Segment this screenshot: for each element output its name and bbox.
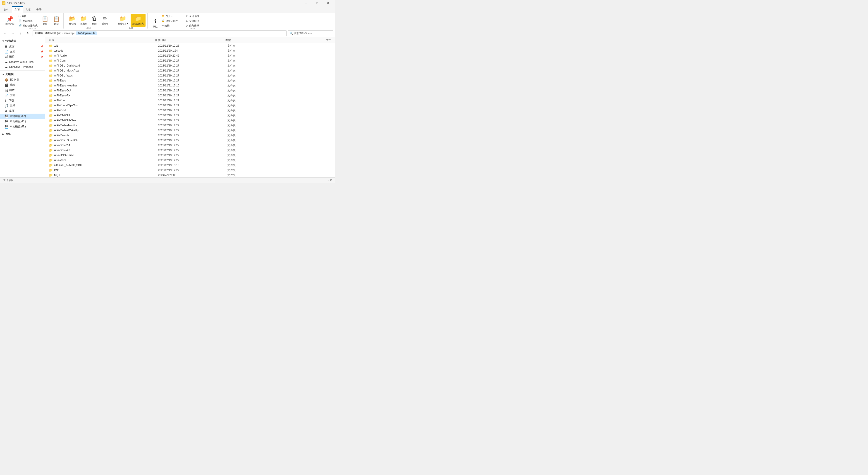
- paste-button[interactable]: 📋 粘贴: [51, 14, 62, 27]
- desktop-icon: 🖥: [4, 45, 8, 49]
- move-to-button[interactable]: 📂 移动到: [67, 14, 78, 27]
- file-row-eyes-du[interactable]: 📁 AiPi-Eyes-DU 2023/12/19 12:27 文件夹: [45, 88, 335, 93]
- sidebar-item-drive-e[interactable]: 💾 本地磁盘 (E:): [0, 124, 45, 129]
- sidebar-item-desktop[interactable]: 🖥 桌面 📌: [0, 44, 45, 49]
- tab-share[interactable]: 共享: [23, 6, 33, 13]
- pin-button[interactable]: 📌 固定访问: [4, 14, 16, 27]
- file-row-radar-wakeup[interactable]: 📁 AiPi-Radar-WakeUp 2023/12/19 12:27 文件夹: [45, 128, 335, 133]
- file-row-mqtt[interactable]: 📁 MQTT 2024/7/9 21:00 文件夹: [45, 173, 335, 178]
- sidebar-item-documents-pc[interactable]: 📄 文档: [0, 93, 45, 98]
- file-row-voice[interactable]: 📁 AiPi-Voice 2023/12/19 12:27 文件夹: [45, 158, 335, 163]
- close-button[interactable]: ✕: [323, 0, 333, 6]
- deselect-all-button[interactable]: ☐ 全部取消: [185, 19, 200, 23]
- paste-shortcut-button[interactable]: 🔗 粘贴快捷方式: [17, 24, 39, 28]
- desktop-pc-icon: 🖥: [4, 109, 8, 113]
- sidebar-item-pictures[interactable]: 🖼 图片 📌: [0, 54, 45, 60]
- grid-view-icon[interactable]: ⊞: [330, 179, 332, 182]
- open-button[interactable]: 📂 打开 ▾: [160, 14, 179, 18]
- new-folder-icon: 📁: [135, 15, 142, 22]
- sidebar-item-pictures-pc[interactable]: 🖼 图片: [0, 88, 45, 93]
- new-item-button[interactable]: 📁 新建项目▾: [116, 14, 130, 27]
- file-date: 2023/12/19 12:27: [158, 119, 227, 122]
- invert-selection-button[interactable]: ⇄ 反向选择: [185, 24, 200, 28]
- forward-button[interactable]: →: [9, 30, 16, 36]
- file-row-radar-monitor[interactable]: 📁 AiPi-Radar-Monitor 2023/12/19 12:27 文件…: [45, 123, 335, 128]
- cut-button[interactable]: ✂ 剪切: [17, 14, 39, 18]
- tab-home[interactable]: 主页: [12, 6, 23, 13]
- copy-path-button[interactable]: 📄 复制路径: [17, 19, 39, 23]
- file-row-audio[interactable]: 📁 AiPi-Audio 2023/12/20 22:42 文件夹: [45, 53, 335, 58]
- path-segment-pc[interactable]: 此电脑: [35, 31, 43, 35]
- search-box[interactable]: 🔍: [288, 30, 333, 36]
- quick-access-header[interactable]: ▼ 快速访问: [0, 38, 45, 44]
- file-row-img[interactable]: 📁 IMG 2023/12/19 12:27 文件夹: [45, 168, 335, 173]
- sidebar-item-drive-c[interactable]: 💾 本地磁盘 (C:): [0, 114, 45, 119]
- file-row-r1-86ui[interactable]: 📁 AiPi-R1-86UI 2023/12/19 12:27 文件夹: [45, 113, 335, 118]
- sidebar-item-creative-cloud[interactable]: ☁ Creative Cloud Files: [0, 60, 45, 64]
- network-header[interactable]: ► 网络: [0, 131, 45, 137]
- tab-file[interactable]: 文件: [1, 6, 12, 13]
- file-row-scp-smartctrl[interactable]: 📁 AiPi-SCP_SmartCtrl 2023/12/19 12:27 文件…: [45, 138, 335, 143]
- file-row-cam[interactable]: 📁 AiPi-Cam 2023/12/19 12:27 文件夹: [45, 58, 335, 63]
- list-view-icon[interactable]: ≡: [328, 179, 329, 182]
- path-segment-c[interactable]: 本地磁盘 (C:): [45, 31, 61, 35]
- file-row-knob-clips[interactable]: 📁 AiPi-Knob-ClipsTool 2023/12/19 12:27 文…: [45, 103, 335, 108]
- tab-view[interactable]: 查看: [33, 6, 44, 13]
- file-name: AiPi-SCP-4.3: [54, 149, 158, 152]
- sidebar-item-desktop-pc[interactable]: 🖥 桌面: [0, 108, 45, 114]
- sidebar-item-documents[interactable]: 📄 文档 📌: [0, 49, 45, 54]
- col-date-header[interactable]: 修改日期: [155, 38, 225, 42]
- col-name-header[interactable]: 名称: [49, 38, 155, 42]
- new-folder-button[interactable]: 📁 新建文件夹: [131, 14, 146, 27]
- file-row-dsl-watch[interactable]: 📁 AiPi-DSL_Watch 2023/12/19 12:27 文件夹: [45, 73, 335, 78]
- sidebar-item-drive-d[interactable]: 💾 本地磁盘 (D:): [0, 119, 45, 124]
- minimize-button[interactable]: ─: [301, 0, 311, 6]
- file-row-scp-24[interactable]: 📁 AiPi-SCP-2.4 2023/12/19 12:27 文件夹: [45, 143, 335, 148]
- sidebar-item-downloads[interactable]: ⬇ 下载: [0, 98, 45, 103]
- refresh-button[interactable]: ↻: [25, 30, 31, 36]
- rename-button[interactable]: ✏ 重命名: [100, 14, 110, 27]
- properties-icon: ℹ: [154, 18, 156, 25]
- back-button[interactable]: ←: [2, 30, 8, 36]
- copy-to-button[interactable]: 📁 复制到: [79, 14, 89, 27]
- col-size-header[interactable]: 大小: [296, 38, 331, 42]
- file-row-uno-emac[interactable]: 📁 AiPi-UNO-Emac 2023/12/19 12:27 文件夹: [45, 153, 335, 158]
- file-date: 2023/12/19 12:27: [158, 149, 227, 152]
- file-row-vscode[interactable]: 📁 .vscode 2023/12/20 1:54 文件夹: [45, 48, 335, 53]
- properties-button[interactable]: ℹ 属性: [151, 17, 159, 30]
- sidebar-item-3d[interactable]: 📦 3D 对象: [0, 77, 45, 83]
- path-segment-develop[interactable]: develop: [64, 32, 73, 35]
- easy-access-button[interactable]: 🔓 轻松访问 ▾: [160, 19, 179, 23]
- delete-button[interactable]: 🗑 删除: [90, 14, 99, 27]
- sidebar-item-music[interactable]: 🎵 音乐: [0, 103, 45, 108]
- file-row-knob[interactable]: 📁 AiPi-Knob 2023/12/19 12:27 文件夹: [45, 98, 335, 103]
- file-row-eyes[interactable]: 📁 AiPi-Eyes 2023/12/19 12:27 文件夹: [45, 78, 335, 83]
- file-row-scp-43[interactable]: 📁 AiPi-SCP-4.3 2023/12/19 12:27 文件夹: [45, 148, 335, 153]
- select-all-button[interactable]: ☑ 全部选择: [185, 14, 200, 18]
- file-type: 文件夹: [227, 144, 297, 147]
- music-icon: 🎵: [4, 104, 8, 108]
- folder-icon: 📁: [49, 158, 53, 162]
- search-input[interactable]: [294, 32, 332, 35]
- file-row-eyes-rx[interactable]: 📁 AiPi-Eyes-Rx 2023/12/19 12:27 文件夹: [45, 93, 335, 98]
- this-pc-header[interactable]: ▼ 此电脑: [0, 71, 45, 77]
- file-row-r1-86ui-new[interactable]: 📁 AiPi-R1-86UI-New 2023/12/19 12:27 文件夹: [45, 118, 335, 123]
- edit-button[interactable]: ✏ 编辑: [160, 24, 179, 28]
- sidebar-item-onedrive[interactable]: ☁ OneDrive - Persona: [0, 64, 45, 69]
- file-row-dsl-dashboard[interactable]: 📁 AiPi-DSL_Dashboard 2023/12/19 12:27 文件…: [45, 63, 335, 68]
- maximize-button[interactable]: □: [312, 0, 322, 6]
- file-row-dsl-musicplay[interactable]: 📁 AiPi-DSL_MusicPlay 2023/12/19 12:27 文件…: [45, 68, 335, 73]
- file-row-aithinker[interactable]: 📁 aithinker_Ai-M6X_SDK 2023/12/19 13:13 …: [45, 163, 335, 168]
- address-path[interactable]: 此电脑 › 本地磁盘 (C:) › develop › AiPi-Open-Ki…: [33, 30, 286, 36]
- col-type-header[interactable]: 类型: [225, 38, 296, 42]
- up-button[interactable]: ↑: [17, 30, 24, 36]
- folder-icon: 📁: [49, 119, 53, 122]
- file-row-eyes-weather[interactable]: 📁 AiPi-Eyes_weather 2023/12/21 15:16 文件夹: [45, 83, 335, 88]
- copy-button[interactable]: 📋 复制: [40, 14, 50, 27]
- file-row-kvm[interactable]: 📁 AiPi-KVM 2023/12/19 12:27 文件夹: [45, 108, 335, 113]
- path-segment-current[interactable]: AiPi-Open-Kits: [76, 31, 97, 35]
- file-row-git[interactable]: 📁 .git 2023/12/19 12:28 文件夹: [45, 43, 335, 48]
- file-row-remote[interactable]: 📁 AiPi-Remote 2023/12/19 12:27 文件夹: [45, 133, 335, 138]
- rename-label: 重命名: [102, 22, 108, 25]
- sidebar-item-video[interactable]: 🎬 视频: [0, 83, 45, 88]
